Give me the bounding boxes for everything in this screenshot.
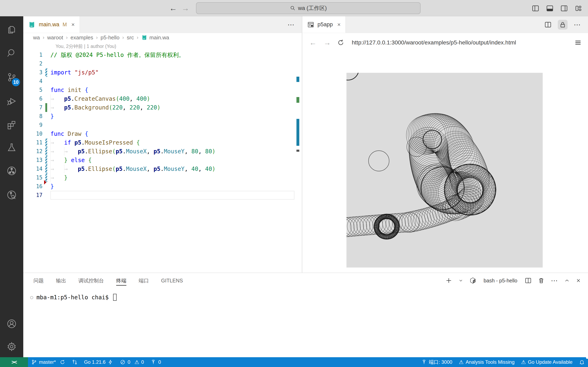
git-branch-icon [31,359,37,365]
terminal[interactable]: ○ mba-m1:p5-hello chai$ [30,294,588,301]
toggle-primary-sidebar-icon[interactable] [532,4,539,12]
analysis-tools-status[interactable]: ⚠ Analysis Tools Missing [456,357,518,367]
code-line[interactable]: 17 [23,191,302,200]
sidebar-item-search[interactable] [0,43,23,63]
reload-icon[interactable] [337,39,345,46]
browser-preview-body[interactable] [302,52,588,273]
preview-lock-button[interactable] [558,20,568,30]
sidebar-item-gitlens-inspect[interactable] [0,185,23,205]
breadcrumb-file[interactable]: main.wa [141,34,169,41]
command-center[interactable]: wa (工作区) [196,2,421,14]
history-back-button[interactable]: ← [169,4,178,13]
git-gutter-mod [45,165,47,173]
tab-main-wa[interactable]: main.wa M × [23,16,80,33]
sidebar-item-gitlens[interactable] [0,161,23,181]
kill-terminal-icon[interactable] [538,277,545,284]
code-line[interactable]: 2 [23,59,302,68]
panel-tab-问题[interactable]: 问题 [34,273,44,288]
git-compare-status[interactable] [69,357,81,367]
code-text [51,191,294,200]
close-panel-icon[interactable] [576,277,581,284]
code-line[interactable]: 16} [23,182,302,191]
problems-status[interactable]: 0 ⚠ 0 [117,357,147,367]
sidebar-item-extensions[interactable] [0,115,23,135]
sidebar-item-testing[interactable] [0,138,23,157]
breadcrumb-item[interactable]: examples [70,34,93,41]
code-line[interactable]: 1// 版权 @2024 P5-hello 作者。保留所有权利。 [23,50,302,59]
code-line[interactable]: 4 [23,77,302,86]
new-terminal-icon[interactable] [445,277,452,284]
maximize-panel-icon[interactable] [564,277,570,284]
code-line[interactable]: 6→p5.CreateCanvas(400, 400) [23,94,302,103]
go-version-status[interactable]: Go 1.21.6 [81,357,117,367]
p5-canvas[interactable] [346,73,543,267]
breadcrumb[interactable]: wa›waroot›examples›p5-hello›src›main.wa [23,33,302,42]
preview-menu-icon[interactable] [574,39,582,47]
code-line[interactable]: 8} [23,112,302,121]
tab-close-icon[interactable]: × [337,21,341,28]
terminal-title[interactable]: bash - p5-hello [484,278,517,284]
code-line[interactable]: 10func Draw { [23,129,302,138]
panel-tab-输出[interactable]: 输出 [56,273,66,288]
search-icon [6,48,17,58]
go-update-status[interactable]: ⚠ Go Update Available [518,357,576,367]
git-branch-status[interactable]: master* [28,357,69,367]
breadcrumb-item[interactable]: waroot [47,34,63,41]
panel-tab-端口[interactable]: 端口 [139,273,149,288]
code-line[interactable]: 13→} else { [23,156,302,165]
line-number: 11 [23,138,43,147]
sidebar-item-source-control[interactable]: 10 [0,67,23,87]
panel-tab-终端[interactable]: 终端 [116,273,126,288]
breadcrumb-item[interactable]: p5-hello [101,34,120,41]
remote-indicator[interactable]: >< [0,357,28,367]
code-line[interactable]: 14→→p5.Ellipse(p5.MouseX, p5.MouseY, 40,… [23,165,302,173]
tab-p5app[interactable]: p5app × [302,16,346,33]
preview-forward-button[interactable]: → [323,38,332,47]
customize-layout-icon[interactable] [575,4,582,12]
sidebar-item-run-debug[interactable] [0,91,23,111]
warning-icon: ⚠ [521,359,526,365]
terminal-dropdown-icon[interactable] [458,277,463,284]
panel-tab-GITLENS[interactable]: GITLENS [161,273,183,288]
chevron-right-icon: › [137,35,138,40]
account-button[interactable] [0,314,23,334]
overview-ruler[interactable] [295,42,301,273]
line-number: 10 [23,129,43,138]
settings-button[interactable] [0,337,23,356]
split-terminal-icon[interactable] [525,277,532,284]
url-text[interactable]: http://127.0.0.1:3000/waroot/examples/p5… [352,39,569,46]
sidebar-item-explorer[interactable] [0,20,23,40]
code-text: →→p5.Ellipse(p5.MouseX, p5.MouseY, 80, 8… [51,147,302,156]
code-line[interactable]: 15→} [23,173,302,182]
code-line[interactable]: 5func init { [23,86,302,94]
git-gutter [45,112,47,121]
code-line[interactable]: 12→→p5.Ellipse(p5.MouseX, p5.MouseY, 80,… [23,147,302,156]
git-gutter-mod [45,147,47,156]
feedback-status[interactable]: 0 [147,357,164,367]
code-editor[interactable]: You, 2分钟前 | 1 author (You) 1// 版权 @2024 … [23,42,302,273]
broadcast-icon [421,359,427,365]
line-number: 12 [23,147,43,156]
code-line[interactable]: 3import "js/p5" [23,68,302,77]
tab-close-icon[interactable]: × [71,21,75,28]
port-status[interactable]: 端口: 3000 [418,357,456,367]
editor-more-actions[interactable]: ⋯ [287,21,295,29]
code-line[interactable]: 11→if p5.MouseIsPressed { [23,138,302,147]
bell-icon [579,359,585,365]
code-line[interactable]: 9 [23,121,302,129]
update-label: Go Update Available [528,359,572,365]
breadcrumb-item[interactable]: wa [33,34,40,41]
breadcrumb-item[interactable]: src [127,34,134,41]
panel-tab-调试控制台[interactable]: 调试控制台 [78,273,104,288]
notifications-button[interactable] [576,357,588,367]
panel-more-actions[interactable]: ⋯ [551,276,558,285]
line-number: 4 [23,77,43,86]
toggle-secondary-sidebar-icon[interactable] [560,4,568,12]
line-number: 5 [23,86,43,94]
split-editor-icon[interactable] [544,21,552,28]
preview-more-actions[interactable]: ⋯ [574,21,581,29]
preview-back-button[interactable]: ← [309,38,318,47]
toggle-panel-icon[interactable] [546,4,554,12]
code-line[interactable]: 7→p5.Background(220, 220, 220) [23,103,302,112]
history-forward-button[interactable]: → [181,4,190,13]
